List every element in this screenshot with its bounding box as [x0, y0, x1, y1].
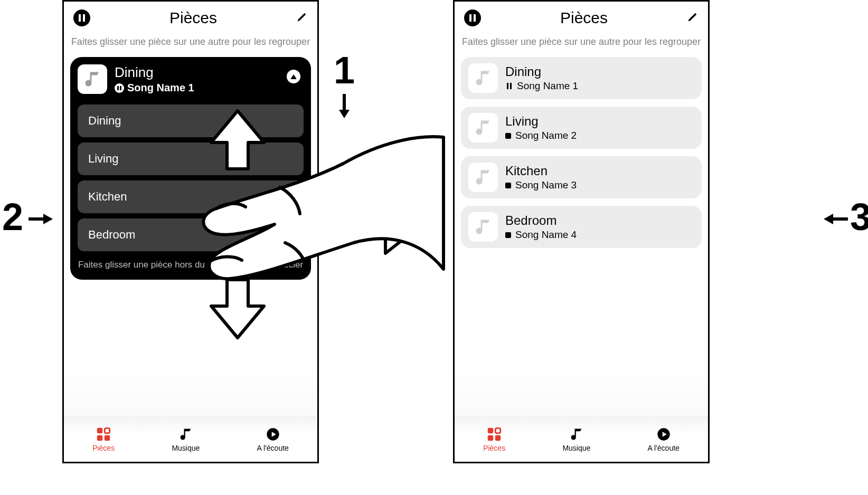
svg-rect-9 [105, 435, 109, 440]
stop-icon [505, 183, 511, 188]
bottom-fade [64, 364, 317, 416]
tab-label: A l'écoute [257, 444, 289, 452]
room-name: Living [505, 114, 577, 129]
tab-label: Musique [172, 444, 200, 452]
edit-icon[interactable] [687, 11, 699, 25]
room-name: Dining [88, 114, 121, 127]
music-icon [178, 427, 193, 442]
svg-marker-5 [824, 214, 833, 224]
tab-pieces[interactable]: Pièces [92, 427, 115, 452]
svg-marker-3 [43, 214, 53, 224]
room-name: Kitchen [88, 190, 127, 203]
tab-label: Pièces [92, 444, 115, 452]
page-title: Pièces [169, 9, 217, 27]
room-card[interactable]: Kitchen Song Name 3 [461, 156, 702, 198]
phone-screen-grouped: Pièces Faites glisser une pièce sur une … [62, 0, 319, 463]
rooms-icon [487, 427, 502, 442]
room-name: Living [88, 152, 118, 165]
stop-icon [505, 232, 511, 238]
svg-rect-8 [97, 435, 102, 440]
pause-icon[interactable] [73, 9, 90, 26]
song-name: Song Name 2 [515, 130, 577, 141]
callout-3-number: 3 [850, 195, 868, 239]
room-card[interactable]: Dining Song Name 1 [461, 57, 702, 99]
pause-icon[interactable] [464, 9, 481, 26]
pause-icon [505, 82, 513, 90]
callout-3: 3 [824, 195, 868, 239]
song-name: Song Name 3 [515, 179, 577, 191]
room-group-card[interactable]: Dining Song Name 1 Dining Living Kitchen… [70, 57, 311, 280]
group-footer-text: Faites glisser une pièce hors du groupe … [78, 251, 304, 270]
play-icon [656, 427, 671, 442]
svg-rect-6 [97, 428, 102, 433]
room-card[interactable]: Bedroom Song Name 4 [461, 206, 702, 248]
tab-ecoute[interactable]: A l'écoute [257, 427, 289, 452]
group-room-item[interactable]: Bedroom [78, 218, 304, 251]
album-art-icon [468, 163, 498, 192]
callout-2-number: 2 [2, 195, 23, 239]
tab-musique[interactable]: Musique [172, 427, 200, 452]
stop-icon [505, 133, 511, 139]
svg-rect-7 [105, 428, 109, 433]
tab-label: Musique [562, 444, 590, 452]
instruction-text: Faites glisser une pièce sur une autre p… [455, 30, 708, 57]
music-icon [569, 427, 584, 442]
svg-rect-14 [488, 435, 493, 440]
svg-rect-15 [495, 435, 500, 440]
tab-label: Pièces [483, 444, 505, 452]
rooms-icon [96, 427, 111, 442]
album-art-icon [468, 63, 498, 93]
pause-icon [115, 83, 124, 93]
album-art-icon [468, 212, 498, 242]
song-name: Song Name 1 [517, 80, 578, 92]
tab-label: A l'écoute [648, 444, 680, 452]
tab-bar: Pièces Musique A l'écoute [64, 416, 317, 462]
album-art-icon [78, 64, 107, 94]
tab-ecoute[interactable]: A l'écoute [648, 427, 680, 452]
album-art-icon [468, 113, 498, 142]
tab-bar: Pièces Musique A l'écoute [455, 416, 708, 462]
bottom-fade [455, 364, 708, 416]
arrow-down-icon [338, 93, 351, 122]
svg-rect-13 [495, 428, 500, 433]
tab-musique[interactable]: Musique [562, 427, 590, 452]
phone-screen-ungrouped: Pièces Faites glisser une pièce sur une … [453, 0, 710, 463]
svg-marker-1 [339, 110, 350, 118]
arrow-left-icon [824, 204, 849, 230]
room-card[interactable]: Living Song Name 2 [461, 107, 702, 149]
tab-pieces[interactable]: Pièces [483, 427, 505, 452]
room-name: Bedroom [505, 213, 577, 228]
page-title: Pièces [560, 9, 608, 27]
play-icon [266, 427, 280, 442]
edit-icon[interactable] [296, 11, 308, 25]
room-name: Kitchen [505, 164, 577, 178]
callout-2: 2 [2, 195, 53, 239]
header: Pièces [64, 2, 317, 30]
room-name: Dining [505, 64, 578, 79]
header: Pièces [455, 2, 708, 30]
song-name: Song Name 1 [127, 82, 194, 94]
group-room-item[interactable]: Kitchen [78, 180, 304, 213]
group-room-item[interactable]: Living [78, 142, 304, 175]
callout-1: 1 [334, 49, 355, 126]
callout-1-number: 1 [334, 49, 355, 92]
speaker-icon[interactable] [287, 70, 300, 83]
group-room-item[interactable]: Dining [78, 104, 304, 137]
svg-rect-12 [488, 428, 493, 433]
room-name: Bedroom [88, 228, 135, 241]
song-name: Song Name 4 [515, 229, 577, 241]
group-title: Dining [115, 64, 194, 81]
instruction-text: Faites glisser une pièce sur une autre p… [64, 30, 317, 57]
arrow-right-icon [27, 204, 53, 230]
